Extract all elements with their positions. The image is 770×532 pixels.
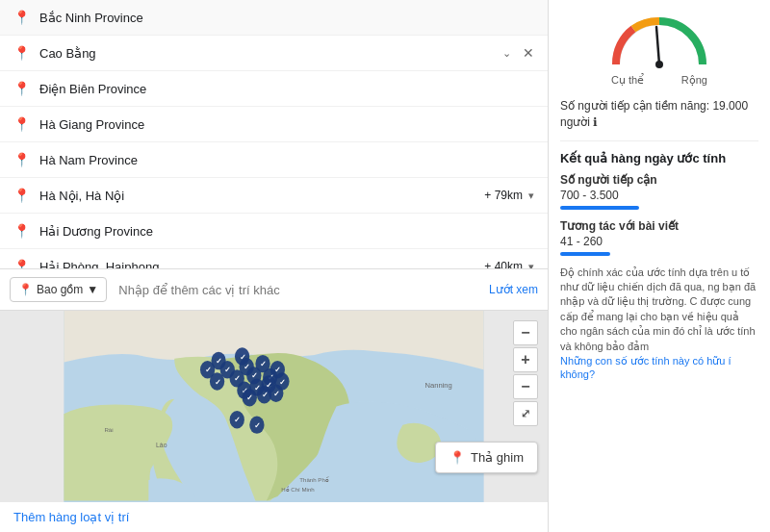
pin-icon: 📍 [449, 450, 465, 465]
add-bulk-link[interactable]: Thêm hàng loạt vị trí [0, 502, 548, 532]
location-list: 📍Bắc Ninh Province📍Cao Bằng⌄✕📍Điện Biên … [0, 0, 548, 269]
reach-bar [560, 206, 639, 210]
svg-text:✓: ✓ [216, 357, 222, 366]
map-zoom-out-button[interactable]: − [513, 320, 538, 345]
svg-text:Thành Phố: Thành Phố [299, 476, 329, 483]
reach-label: Số người tiếp cận [560, 173, 758, 187]
info-icon: ℹ [593, 115, 598, 129]
pin-icon: 📍 [13, 259, 30, 269]
right-panel: Cụ thể Rộng Số người tiếp cận tiềm năng:… [549, 0, 770, 532]
svg-text:✓: ✓ [260, 360, 267, 368]
location-item[interactable]: 📍Hải Dương Province [0, 214, 548, 249]
map-container: Nanning Lào Rài Thành Phố Hồ Chí Minh ✓ … [0, 311, 548, 502]
gauge-left-label: Cụ thể [611, 74, 644, 87]
svg-text:Nanning: Nanning [424, 381, 451, 390]
reach-value: 700 - 3.500 [560, 189, 758, 202]
location-extras: + 79km▾ [484, 189, 534, 202]
left-panel: 📍Bắc Ninh Province📍Cao Bằng⌄✕📍Điện Biên … [0, 0, 549, 532]
pin-icon: 📍 [13, 152, 30, 167]
drop-pin-button[interactable]: 📍 Thả ghim [435, 442, 538, 473]
location-item[interactable]: 📍Cao Bằng⌄✕ [0, 36, 548, 71]
pin-icon: 📍 [13, 188, 30, 203]
map-svg: Nanning Lào Rài Thành Phố Hồ Chí Minh ✓ … [0, 311, 548, 502]
pin-icon: 📍 [13, 116, 30, 132]
gauge-right-label: Rộng [681, 74, 707, 87]
location-item[interactable]: 📍Bắc Ninh Province [0, 0, 548, 36]
svg-text:Lào: Lào [156, 442, 167, 448]
interaction-label: Tương tác với bài viết [560, 219, 758, 233]
interaction-value: 41 - 260 [560, 235, 758, 248]
location-item[interactable]: 📍Hải Phòng, Haiphong+ 40km▾ [0, 249, 548, 269]
svg-text:✓: ✓ [246, 393, 253, 402]
pin-icon: 📍 [13, 45, 30, 61]
pin-icon: 📍 [13, 223, 30, 239]
map-fullscreen-button[interactable]: ⤢ [513, 401, 538, 426]
disclaimer-text: Độ chính xác của ước tính dựa trên u tố … [560, 266, 758, 354]
location-pin-icon: 📍 [18, 283, 33, 296]
svg-text:✓: ✓ [261, 391, 268, 399]
include-label: Bao gồm [37, 283, 83, 296]
location-search-input[interactable] [115, 279, 481, 301]
location-name: Cao Bằng [39, 46, 502, 61]
gauge-svg [606, 12, 712, 74]
gauge-labels: Cụ thể Rộng [611, 74, 707, 87]
map-zoom-in-button2[interactable]: − [513, 374, 538, 399]
learn-more-link[interactable]: Những con số ước tính này có hữu í không… [560, 355, 731, 380]
include-dropdown[interactable]: 📍 Bao gồm ▼ [10, 277, 107, 302]
dropdown-arrow-icon: ▼ [87, 283, 98, 296]
location-name: Hà Nam Province [39, 153, 534, 167]
results-section: Kết quả hàng ngày ước tính Số người tiếp… [560, 140, 758, 381]
chevron-down-icon[interactable]: ⌄ [502, 47, 511, 60]
map-controls: − + − ⤢ [513, 320, 538, 426]
pin-icon: 📍 [13, 10, 30, 25]
location-item[interactable]: 📍Hà Nam Province [0, 142, 548, 178]
svg-text:✓: ✓ [234, 416, 241, 424]
svg-text:Rài: Rài [104, 426, 113, 433]
location-name: Hải Dương Province [39, 224, 534, 239]
svg-text:✓: ✓ [279, 378, 286, 387]
svg-line-46 [656, 27, 659, 64]
svg-text:✓: ✓ [205, 366, 212, 374]
location-item[interactable]: 📍Điện Biên Province [0, 71, 548, 107]
close-icon[interactable]: ✕ [523, 45, 534, 61]
audience-label: Số người tiếp cận tiềm năng: 19.000 ngườ… [560, 99, 748, 129]
svg-point-47 [655, 61, 663, 68]
svg-text:✓: ✓ [273, 390, 280, 398]
gauge-container: Cụ thể Rộng [560, 12, 758, 87]
results-title: Kết quả hàng ngày ước tính [560, 151, 758, 165]
expand-arrow-icon[interactable]: ▾ [528, 190, 534, 202]
expand-arrow-icon[interactable]: ▾ [528, 261, 534, 270]
toolbar: 📍 Bao gồm ▼ Lướt xem [0, 269, 548, 311]
pin-icon: 📍 [13, 81, 30, 96]
svg-text:✓: ✓ [234, 374, 241, 383]
browse-link[interactable]: Lướt xem [489, 283, 538, 296]
location-name: Hải Phòng, Haiphong [39, 260, 484, 270]
drop-pin-label: Thả ghim [471, 450, 524, 465]
location-name: Hà Nội, Hà Nội [39, 189, 484, 203]
svg-text:✓: ✓ [215, 378, 221, 387]
audience-text: Số người tiếp cận tiềm năng: 19.000 ngườ… [560, 98, 758, 131]
location-extras: + 40km▾ [484, 260, 534, 269]
location-item[interactable]: 📍Hà Giang Province [0, 107, 548, 142]
svg-text:✓: ✓ [224, 366, 231, 374]
location-name: Điện Biên Province [39, 82, 534, 96]
location-name: Bắc Ninh Province [39, 11, 534, 25]
location-name: Hà Giang Province [39, 117, 534, 132]
location-item[interactable]: 📍Hà Nội, Hà Nội+ 79km▾ [0, 178, 548, 214]
map-zoom-in-button[interactable]: + [513, 347, 538, 372]
svg-text:✓: ✓ [254, 421, 261, 430]
interaction-bar [560, 252, 610, 256]
svg-text:Hồ Chí Minh: Hồ Chí Minh [281, 486, 315, 493]
